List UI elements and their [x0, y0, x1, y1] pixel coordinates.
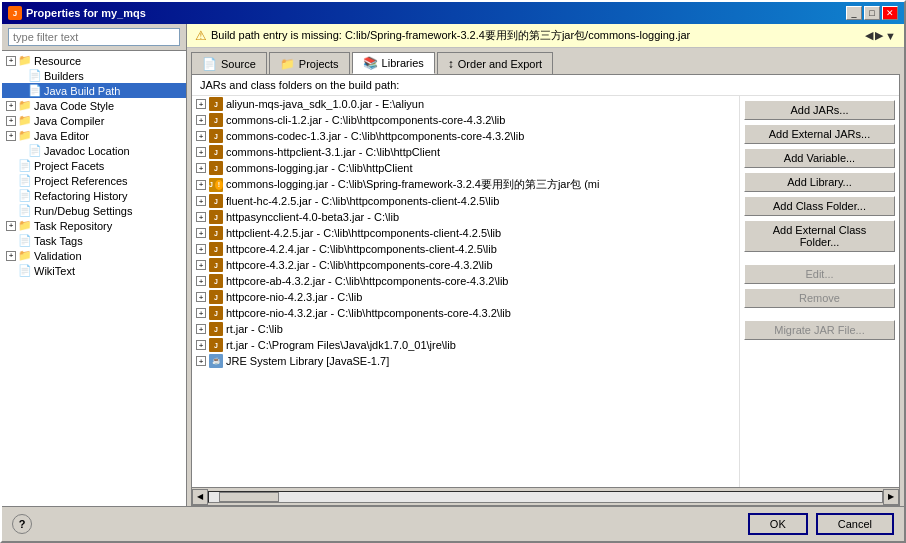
tree-item-java-editor[interactable]: + 📁 Java Editor	[2, 128, 186, 143]
expand-icon[interactable]: +	[196, 131, 206, 141]
tab-label: Source	[221, 58, 256, 70]
expand-icon[interactable]: +	[196, 147, 206, 157]
item-icon: 📁	[18, 129, 32, 142]
library-list[interactable]: + J aliyun-mqs-java_sdk_1.0.0.jar - E:\a…	[192, 96, 739, 487]
expand-icon[interactable]: +	[196, 276, 206, 286]
tree-item-javadoc[interactable]: 📄 Javadoc Location	[2, 143, 186, 158]
list-item[interactable]: + J httpcore-4.3.2.jar - C:\lib\httpcomp…	[192, 257, 739, 273]
item-label: JRE System Library [JavaSE-1.7]	[226, 355, 389, 367]
nav-back-button[interactable]: ◀	[865, 29, 873, 42]
jar-icon: J	[209, 242, 223, 256]
expand-icon[interactable]: +	[196, 228, 206, 238]
item-label: commons-httpclient-3.1.jar - C:\lib\http…	[226, 146, 440, 158]
tab-libraries[interactable]: 📚 Libraries	[352, 52, 435, 74]
expand-icon[interactable]: +	[196, 212, 206, 222]
bottom-bar: ? OK Cancel	[2, 506, 904, 541]
tab-source[interactable]: 📄 Source	[191, 52, 267, 74]
tab-projects[interactable]: 📁 Projects	[269, 52, 350, 74]
list-item[interactable]: + ☕ JRE System Library [JavaSE-1.7]	[192, 353, 739, 369]
tab-order-export[interactable]: ↕ Order and Export	[437, 52, 553, 74]
list-item[interactable]: + J rt.jar - C:\Program Files\Java\jdk1.…	[192, 337, 739, 353]
source-icon: 📄	[202, 57, 217, 71]
expand-icon[interactable]: +	[196, 356, 206, 366]
expand-icon[interactable]: +	[196, 292, 206, 302]
scroll-track[interactable]	[208, 491, 883, 503]
help-button[interactable]: ?	[12, 514, 32, 534]
ok-button[interactable]: OK	[748, 513, 808, 535]
tree-item-run-debug[interactable]: 📄 Run/Debug Settings	[2, 203, 186, 218]
maximize-button[interactable]: □	[864, 6, 880, 20]
list-item[interactable]: + J httpcore-ab-4.3.2.jar - C:\lib\httpc…	[192, 273, 739, 289]
add-external-jars-button[interactable]: Add External JARs...	[744, 124, 895, 144]
expand-icon[interactable]: +	[196, 340, 206, 350]
expand-icon[interactable]: +	[6, 131, 16, 141]
list-item[interactable]: + J httpcore-nio-4.3.2.jar - C:\lib\http…	[192, 305, 739, 321]
tree-item-builders[interactable]: 📄 Builders	[2, 68, 186, 83]
tree-item-wikitext[interactable]: 📄 WikiText	[2, 263, 186, 278]
warning-message: Build path entry is missing: C:lib/Sprin…	[211, 28, 690, 43]
expand-icon[interactable]: +	[6, 56, 16, 66]
add-external-class-folder-button[interactable]: Add External Class Folder...	[744, 220, 895, 252]
add-jars-button[interactable]: Add JARs...	[744, 100, 895, 120]
expand-icon[interactable]: +	[196, 244, 206, 254]
scroll-left-button[interactable]: ◀	[192, 489, 208, 505]
item-label: commons-logging.jar - C:\lib\httpClient	[226, 162, 412, 174]
list-item[interactable]: + J commons-logging.jar - C:\lib\httpCli…	[192, 160, 739, 176]
expand-icon[interactable]: +	[196, 99, 206, 109]
add-library-button[interactable]: Add Library...	[744, 172, 895, 192]
tree-item-project-references[interactable]: 📄 Project References	[2, 173, 186, 188]
split-area: + J aliyun-mqs-java_sdk_1.0.0.jar - E:\a…	[192, 96, 899, 487]
tree-item-java-code-style[interactable]: + 📁 Java Code Style	[2, 98, 186, 113]
minimize-button[interactable]: _	[846, 6, 862, 20]
expand-icon[interactable]: +	[196, 180, 206, 190]
jar-icon: J	[209, 306, 223, 320]
nav-forward-button[interactable]: ▶	[875, 29, 883, 42]
tree-item-java-compiler[interactable]: + 📁 Java Compiler	[2, 113, 186, 128]
close-button[interactable]: ✕	[882, 6, 898, 20]
item-icon: 📄	[18, 264, 32, 277]
list-item[interactable]: + J aliyun-mqs-java_sdk_1.0.0.jar - E:\a…	[192, 96, 739, 112]
tree-item-task-tags[interactable]: 📄 Task Tags	[2, 233, 186, 248]
expand-icon[interactable]: +	[196, 260, 206, 270]
list-item[interactable]: + J commons-httpclient-3.1.jar - C:\lib\…	[192, 144, 739, 160]
nav-dropdown-button[interactable]: ▼	[885, 30, 896, 42]
expand-icon[interactable]: +	[6, 221, 16, 231]
tree-item-task-repository[interactable]: + 📁 Task Repository	[2, 218, 186, 233]
cancel-button[interactable]: Cancel	[816, 513, 894, 535]
expand-icon[interactable]: +	[196, 308, 206, 318]
list-item[interactable]: + J commons-codec-1.3.jar - C:\lib\httpc…	[192, 128, 739, 144]
expand-icon[interactable]: +	[196, 115, 206, 125]
tree-item-label: Java Code Style	[34, 100, 114, 112]
expand-icon[interactable]: +	[196, 163, 206, 173]
tree-item-refactoring[interactable]: 📄 Refactoring History	[2, 188, 186, 203]
list-item[interactable]: + J httpcore-4.2.4.jar - C:\lib\httpcomp…	[192, 241, 739, 257]
expand-icon[interactable]: +	[6, 251, 16, 261]
list-item[interactable]: + J httpcore-nio-4.2.3.jar - C:\lib	[192, 289, 739, 305]
expand-icon[interactable]: +	[196, 324, 206, 334]
expand-icon[interactable]: +	[6, 101, 16, 111]
list-item[interactable]: + J! commons-logging.jar - C:\lib\Spring…	[192, 176, 739, 193]
window-icon: J	[8, 6, 22, 20]
expand-icon[interactable]: +	[196, 196, 206, 206]
remove-button[interactable]: Remove	[744, 288, 895, 308]
tree-item-validation[interactable]: + 📁 Validation	[2, 248, 186, 263]
tree-item-java-build-path[interactable]: 📄 Java Build Path	[2, 83, 186, 98]
list-item[interactable]: + J fluent-hc-4.2.5.jar - C:\lib\httpcom…	[192, 193, 739, 209]
tree-item-project-facets[interactable]: 📄 Project Facets	[2, 158, 186, 173]
list-item[interactable]: + J rt.jar - C:\lib	[192, 321, 739, 337]
tree-item-label: Java Build Path	[44, 85, 120, 97]
list-item[interactable]: + J commons-cli-1.2.jar - C:\lib\httpcom…	[192, 112, 739, 128]
scroll-thumb[interactable]	[219, 492, 279, 502]
filter-input[interactable]	[8, 28, 180, 46]
add-class-folder-button[interactable]: Add Class Folder...	[744, 196, 895, 216]
tree-item-resource[interactable]: + 📁 Resource	[2, 53, 186, 68]
migrate-jar-button[interactable]: Migrate JAR File...	[744, 320, 895, 340]
item-icon: 📄	[28, 84, 42, 97]
add-variable-button[interactable]: Add Variable...	[744, 148, 895, 168]
edit-button[interactable]: Edit...	[744, 264, 895, 284]
expand-icon[interactable]: +	[6, 116, 16, 126]
scroll-right-button[interactable]: ▶	[883, 489, 899, 505]
list-item[interactable]: + J httpclient-4.2.5.jar - C:\lib\httpco…	[192, 225, 739, 241]
list-item[interactable]: + J httpasyncclient-4.0-beta3.jar - C:\l…	[192, 209, 739, 225]
horizontal-scrollbar[interactable]: ◀ ▶	[191, 488, 900, 506]
